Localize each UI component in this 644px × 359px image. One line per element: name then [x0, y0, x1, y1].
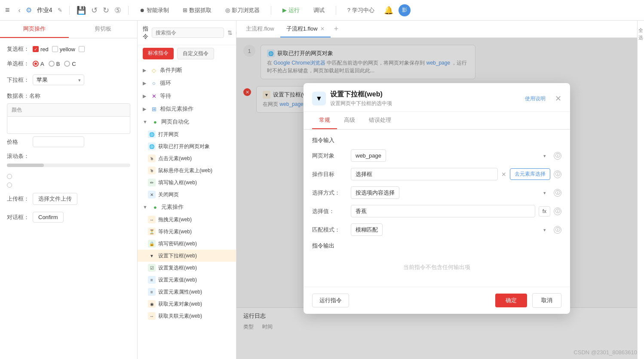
- dialog-footer: 运行指令 确定 取消: [304, 287, 570, 314]
- checkbox-yellow[interactable]: [52, 46, 58, 52]
- cmd-tab-custom[interactable]: 自定义指令: [177, 48, 214, 59]
- notification-icon[interactable]: 🔔: [384, 6, 393, 15]
- cmd-cat-condition[interactable]: ▶ ◇ 条件判断: [138, 64, 236, 77]
- dialog-web-object-field: web_page ⓘ: [351, 149, 561, 162]
- tab-web-ops[interactable]: 网页操作: [0, 21, 69, 38]
- branch-icon[interactable]: ⑤: [114, 6, 121, 15]
- dialog-select-method-row: 选择方式： 按选项内容选择 ⓘ: [312, 186, 561, 199]
- dialog-match-mode-info-icon[interactable]: ⓘ: [554, 226, 561, 234]
- scrollbar-section: 滚动条：: [7, 152, 130, 167]
- small-radio-section: [7, 174, 130, 188]
- cmd-sub-click-elem[interactable]: 🖱 点击元素(web): [138, 152, 236, 164]
- browser-icon: ◎: [225, 7, 230, 13]
- dialog-close-icon[interactable]: ✕: [555, 94, 561, 103]
- checkbox-group: red yellow: [33, 46, 85, 53]
- menu-icon[interactable]: ≡: [5, 6, 10, 15]
- upload-button[interactable]: 选择文件上传: [33, 193, 77, 205]
- flow-tab-close-icon[interactable]: ✕: [320, 26, 325, 32]
- dialog-element-select-btn[interactable]: 去元素库选择: [510, 168, 550, 180]
- avatar[interactable]: 影: [399, 4, 411, 16]
- dialog-select-method-select[interactable]: 按选项内容选择: [351, 186, 399, 199]
- checkbox-third[interactable]: [79, 46, 85, 52]
- cmd-sub-drag-elem[interactable]: ↔ 拖拽元素(web): [138, 214, 236, 226]
- cmd-cat-elem-ops[interactable]: ▼ ● 元素操作: [138, 201, 236, 214]
- confirm-button[interactable]: Confirm: [33, 212, 64, 223]
- extract-icon: ⊞: [183, 7, 187, 13]
- dialog-select-value-info-icon[interactable]: ⓘ: [554, 207, 561, 215]
- dialog-fx-button[interactable]: fx: [539, 206, 550, 217]
- scrollbar-thumb[interactable]: [7, 164, 44, 167]
- scrollbar-track: [7, 164, 130, 167]
- dialog-match-mode-select[interactable]: 模糊匹配 精确匹配: [351, 223, 383, 236]
- cmd-search-input[interactable]: [152, 28, 224, 38]
- checkbox-red[interactable]: [33, 46, 39, 52]
- price-input[interactable]: [33, 136, 84, 147]
- dialog-web-object-info-icon[interactable]: ⓘ: [554, 152, 561, 160]
- cmd-sub-hover-elem[interactable]: 🖱 鼠标悬停在元素上(web): [138, 164, 236, 176]
- cmd-sub-fill-input[interactable]: ✏ 填写输入框(web): [138, 176, 236, 189]
- dialog-tab-normal[interactable]: 常规: [312, 112, 337, 129]
- datatable-body: [7, 117, 130, 134]
- undo-icon[interactable]: ↺: [91, 6, 98, 15]
- cmd-sub-set-elem-val[interactable]: ≡ 设置元素值(web): [138, 274, 236, 286]
- cmd-sort-icon[interactable]: ⇅: [227, 29, 233, 36]
- cmd-cat-similar[interactable]: ▶ ⊞ 相似元素操作: [138, 102, 236, 115]
- dialog-clear-icon[interactable]: ✕: [501, 171, 506, 178]
- dialog-web-object-wrapper: web_page: [351, 149, 550, 162]
- click-elem-icon: 🖱: [148, 155, 156, 162]
- dialog-action-target-label: 操作目标: [312, 170, 347, 178]
- cmd-sub-get-web[interactable]: 🌐 获取已打开的网页对象: [138, 140, 236, 152]
- dialog-select-value-input[interactable]: [351, 205, 535, 217]
- cmd-sub-open-web[interactable]: 🌐 打开网页: [138, 128, 236, 140]
- cmd-sub-set-elem-attr[interactable]: ≡ 设置元素属性(web): [138, 286, 236, 298]
- dialog-cancel-button[interactable]: 取消: [532, 293, 561, 308]
- tab-clipboard[interactable]: 剪切板: [69, 21, 138, 38]
- flow-tab-main[interactable]: 主流程.flow: [240, 21, 280, 37]
- edit-icon[interactable]: ✎: [58, 7, 62, 13]
- cmd-sub-get-related-elem[interactable]: ↔ 获取关联元素(web): [138, 310, 236, 322]
- radio-a-label: A: [40, 61, 44, 67]
- small-radio-dot-1[interactable]: [7, 174, 12, 179]
- cmd-cat-loop[interactable]: ▶ ○ 循环: [138, 77, 236, 90]
- left-panel: 网页操作 剪切板 复选框： red yellow: [0, 21, 138, 359]
- cmd-cat-web[interactable]: ▼ ● 网页自动化: [138, 115, 236, 128]
- redo-icon[interactable]: ↻: [103, 6, 109, 15]
- nav-back-icon[interactable]: ‹: [18, 6, 21, 14]
- dialog-action-target-input[interactable]: [351, 168, 498, 180]
- expand-icon-elem-ops: ▼: [143, 204, 147, 210]
- cmd-sub-set-checkbox[interactable]: ☑ 设置复选框(web): [138, 262, 236, 274]
- cmd-tab-standard[interactable]: 标准指令: [143, 48, 174, 59]
- flow-tab-sub[interactable]: 子流程1.flow ✕: [280, 21, 331, 37]
- data-extract-button[interactable]: ⊞ 数据抓取: [178, 5, 216, 16]
- dialog-tab-error[interactable]: 错误处理: [362, 112, 398, 129]
- debug-button[interactable]: 调试: [309, 5, 329, 16]
- dialog-select-method-info-icon[interactable]: ⓘ: [554, 189, 561, 197]
- cmd-cat-wait[interactable]: ▶ ✕ 等待: [138, 90, 236, 102]
- dropdown-select[interactable]: 苹果 香蕉 橙子: [33, 74, 84, 85]
- cmd-sub-get-elem-obj[interactable]: ◉ 获取元素对象(web): [138, 298, 236, 310]
- cmd-sub-fill-pwd[interactable]: 🔒 填写密码框(web): [138, 238, 236, 250]
- dialog-help-link[interactable]: 使用说明: [525, 95, 546, 102]
- run-button[interactable]: ▶ 运行: [278, 5, 304, 16]
- dialog-web-object-select[interactable]: web_page: [351, 149, 386, 162]
- dialog-confirm-button[interactable]: 确定: [495, 294, 527, 307]
- dialog-action-target-info-icon[interactable]: ⓘ: [554, 170, 561, 178]
- smart-record-button[interactable]: ⏺ 智能录制: [135, 5, 173, 16]
- cmd-sub-close-web[interactable]: ✕ 关闭网页: [138, 189, 236, 201]
- shadow-browser-button[interactable]: ◎ 影刀浏览器: [221, 5, 264, 16]
- cmd-sub-wait-elem[interactable]: ⏳ 等待元素(web): [138, 226, 236, 238]
- radio-c[interactable]: [64, 61, 70, 67]
- fill-pwd-label: 填写密码框(web): [158, 240, 197, 248]
- dialog-run-button[interactable]: 运行指令: [312, 294, 349, 307]
- dialog-tab-advanced[interactable]: 高级: [337, 112, 362, 129]
- learn-center-button[interactable]: ? 学习中心: [343, 5, 379, 16]
- flow-tab-add-icon[interactable]: +: [334, 25, 339, 34]
- save-icon[interactable]: 💾: [77, 6, 86, 15]
- cmd-sub-set-dropdown[interactable]: ▼ 设置下拉框(web): [138, 250, 236, 262]
- cmd-header: 指令 ⇅ ⇤: [138, 21, 236, 45]
- radio-b[interactable]: [49, 61, 55, 67]
- checkbox-red-label: red: [40, 46, 49, 53]
- condition-label: 条件判断: [160, 66, 182, 74]
- small-radio-dot-2[interactable]: [7, 183, 12, 188]
- radio-a[interactable]: [33, 61, 39, 67]
